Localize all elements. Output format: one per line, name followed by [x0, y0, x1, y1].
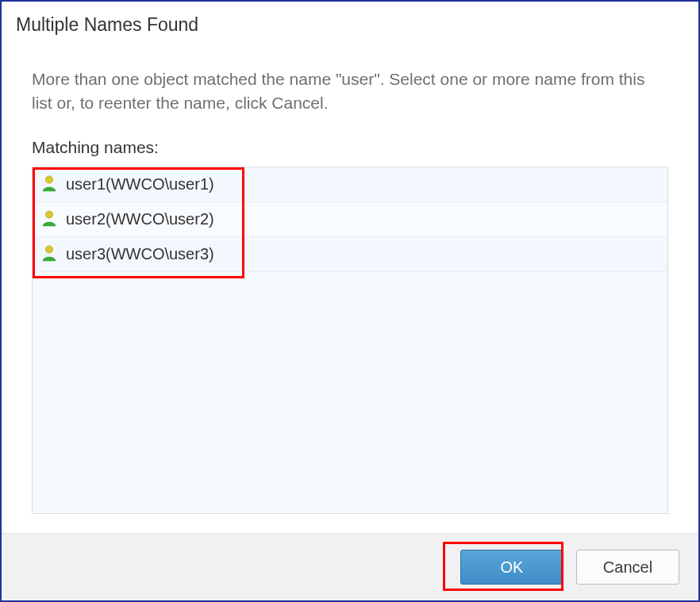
user-icon [40, 175, 58, 193]
dialog-footer: OK Cancel [2, 533, 698, 600]
list-item[interactable]: user2(WWCO\user2) [33, 202, 667, 237]
cancel-button[interactable]: Cancel [576, 550, 679, 585]
list-item[interactable]: user1(WWCO\user1) [33, 167, 667, 202]
ok-button[interactable]: OK [460, 550, 563, 585]
list-item-label: user1(WWCO\user1) [66, 175, 214, 194]
multiple-names-dialog: Multiple Names Found More than one objec… [0, 0, 700, 602]
matching-names-listbox[interactable]: user1(WWCO\user1) user2(WWCO\user2) user… [32, 167, 668, 514]
list-item-label: user3(WWCO\user3) [66, 245, 214, 263]
dialog-title: Multiple Names Found [2, 2, 698, 36]
list-item-label: user2(WWCO\user2) [66, 210, 214, 228]
list-item[interactable]: user3(WWCO\user3) [33, 237, 667, 272]
instruction-text: More than one object matched the name "u… [32, 67, 668, 116]
user-icon [40, 245, 58, 263]
matching-names-label: Matching names: [32, 138, 668, 157]
user-icon [40, 210, 58, 228]
dialog-body: More than one object matched the name "u… [2, 36, 698, 533]
